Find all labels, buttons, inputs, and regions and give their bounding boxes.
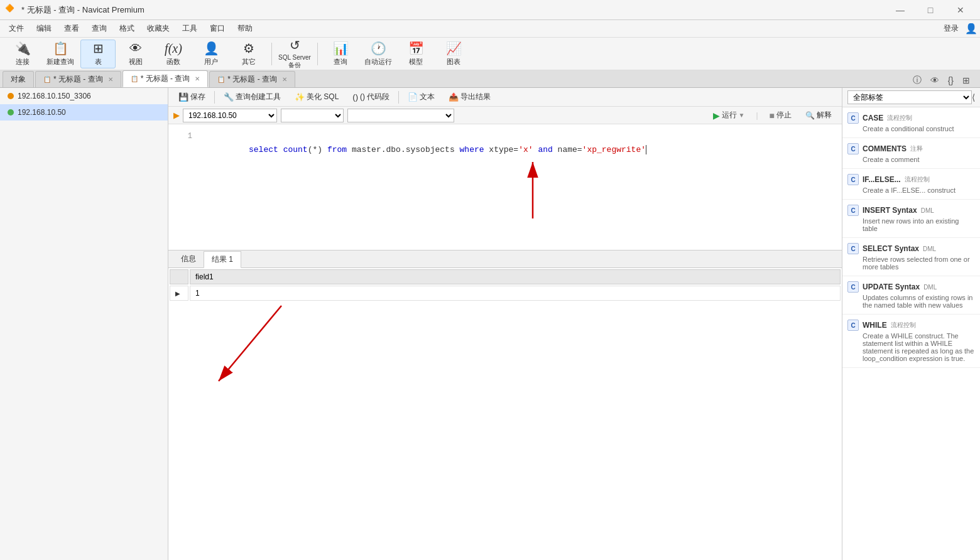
menu-help[interactable]: 帮助 [231,21,259,36]
new-query-button[interactable]: 📋 新建查询 [43,40,78,68]
tab-query1-close[interactable]: ✕ [108,76,113,83]
database-select[interactable] [281,109,344,122]
snippet-update-name: UPDATE Syntax [863,283,920,291]
preview-icon[interactable]: 👁 [928,74,942,87]
snippet-select-name: SELECT Syntax [863,244,919,253]
other-label: 其它 [242,57,256,67]
user-avatar-icon[interactable]: 👤 [965,23,977,35]
tag-filter-dropdown[interactable]: 全部标签 [847,90,972,104]
snippet-comments-name: COMMENTS [863,144,906,153]
explain-label: 解释 [817,110,832,121]
export-button[interactable]: 📤 导出结果 [444,90,496,104]
sidebar-item-192168101503306[interactable]: 192.168.10.150_3306 [0,88,168,104]
menu-edit[interactable]: 编辑 [30,21,58,36]
snippet-insert-icon: C [847,205,859,216]
snippet-update[interactable]: C UPDATE Syntax DML Updates columns of e… [842,276,980,315]
text-label: 文本 [420,92,435,102]
sqlserver-backup-button[interactable]: ↺ SQL Server 备份 [277,40,312,68]
autorun-label: 自动运行 [364,57,392,67]
menu-view[interactable]: 查看 [58,21,85,36]
expand-icon[interactable]: ⟨ [972,92,975,102]
query-editor[interactable]: 1 select count(*) from master.dbo.sysobj… [168,124,842,250]
user-button[interactable]: 👤 用户 [193,40,229,68]
braces-icon[interactable]: {} [945,74,956,87]
snippet-comments-tag: 注释 [910,144,923,153]
backup-icon: ↺ [290,38,300,53]
right-panel: 全部标签 ⟨ C CASE 流程控制 Create a conditional … [842,88,980,560]
snippet-while-tag: 流程控制 [891,321,916,330]
grid-icon[interactable]: ⊞ [960,74,972,87]
sidebar: 192.168.10.150_3306 192.168.10.50 [0,88,168,560]
snippet-case-tag: 流程控制 [887,114,912,122]
menubar: 文件 编辑 查看 查询 格式 收藏夹 工具 窗口 帮助 登录 👤 [0,20,980,38]
explain-button[interactable]: 🔍 解释 [800,109,837,122]
snippet-while[interactable]: C WHILE 流程控制 Create a WHILE construct. T… [842,315,980,368]
beautify-sql-button[interactable]: ✨ 美化 SQL [290,90,344,104]
connect-icon: 🔌 [15,41,31,56]
snippet-select[interactable]: C SELECT Syntax DML Retrieve rows select… [842,238,980,276]
snippet-insert[interactable]: C INSERT Syntax DML Insert new rows into… [842,200,980,238]
menu-tools[interactable]: 工具 [176,21,204,36]
query-button[interactable]: 📊 查询 [323,40,358,68]
right-panel-header: 全部标签 ⟨ [842,88,980,107]
run-button[interactable]: ▶ 运行 ▼ [708,109,750,122]
menu-window[interactable]: 窗口 [204,21,231,36]
row-arrow-cell: ▶ [170,286,188,301]
tabs-bar: 对象 📋 * 无标题 - 查询 ✕ 📋 * 无标题 - 查询 ✕ 📋 * 无标题… [0,70,980,88]
query-builder-button[interactable]: 🔧 查询创建工具 [219,90,286,104]
query-builder-label: 查询创建工具 [236,92,281,102]
snippet-select-header: C SELECT Syntax DML [847,243,975,254]
main-layout: 192.168.10.150_3306 192.168.10.50 💾 保存 🔧… [0,88,980,560]
stop-button[interactable]: ■ 停止 [765,109,797,122]
table-button[interactable]: ⊞ 表 [80,40,116,68]
snippet-case-name: CASE [863,114,883,122]
val-name: 'xp_regwrite' [582,145,646,154]
login-button[interactable]: 登录 [937,21,965,36]
right-panel-icons: ⟨ [972,92,975,102]
save-button[interactable]: 💾 保存 [173,90,210,104]
chart-button[interactable]: 📈 图表 [436,40,471,68]
view-button[interactable]: 👁 视图 [118,40,153,68]
connect-button[interactable]: 🔌 连接 [5,40,40,68]
tab-query2-close[interactable]: ✕ [195,75,200,82]
menu-query[interactable]: 查询 [85,21,113,36]
other-button[interactable]: ⚙ 其它 [231,40,266,68]
table-select[interactable] [347,109,454,122]
tab-query1[interactable]: 📋 * 无标题 - 查询 ✕ [35,71,121,87]
function-button[interactable]: f(x) 函数 [156,40,191,68]
sidebar-item-label-1: 192.168.10.150_3306 [18,92,91,100]
sidebar-item-1921681050[interactable]: 192.168.10.50 [0,104,168,121]
results-content: field1 ▶ 1 [168,268,842,560]
model-button[interactable]: 📅 模型 [398,40,433,68]
toolbar-sep2 [317,43,318,65]
info-icon[interactable]: ⓘ [910,73,924,87]
connection-select[interactable]: 192.168.10.50 [183,109,277,122]
results-tab-info[interactable]: 信息 [173,251,204,267]
tab-objects[interactable]: 对象 [3,71,34,87]
minimize-button[interactable]: — [886,3,915,18]
menu-file[interactable]: 文件 [3,21,30,36]
results-tab-result1[interactable]: 结果 1 [204,251,241,268]
menu-favorites[interactable]: 收藏夹 [141,21,176,36]
maximize-button[interactable]: □ [916,3,945,18]
snippets-list: C CASE 流程控制 Create a conditional constru… [842,107,980,368]
tab-query3-close[interactable]: ✕ [282,76,287,83]
explain-icon: 🔍 [805,111,815,120]
snippet-case[interactable]: C CASE 流程控制 Create a conditional constru… [842,107,980,138]
snippet-comments[interactable]: C COMMENTS 注释 Create a comment [842,138,980,169]
result-annotation-arrow [200,299,325,400]
code-snippet-button[interactable]: () () 代码段 [347,90,395,104]
export-icon: 📤 [449,92,459,102]
secondary-toolbar: 💾 保存 🔧 查询创建工具 ✨ 美化 SQL () () 代码段 📄 文本 [168,88,842,107]
close-button[interactable]: ✕ [946,3,975,18]
autorun-button[interactable]: 🕐 自动运行 [361,40,396,68]
tab-query2[interactable]: 📋 * 无标题 - 查询 ✕ [122,70,209,87]
text-button[interactable]: 📄 文本 [403,90,440,104]
snippet-ifelse[interactable]: C IF...ELSE... 流程控制 Create a IF...ELSE..… [842,169,980,200]
chart-icon: 📈 [446,41,462,56]
tab-query1-icon: 📋 [43,76,51,83]
kw-where: where [460,145,484,154]
col-field1[interactable]: field1 [190,269,841,284]
menu-format[interactable]: 格式 [113,21,141,36]
tab-query3[interactable]: 📋 * 无标题 - 查询 ✕ [209,71,295,87]
